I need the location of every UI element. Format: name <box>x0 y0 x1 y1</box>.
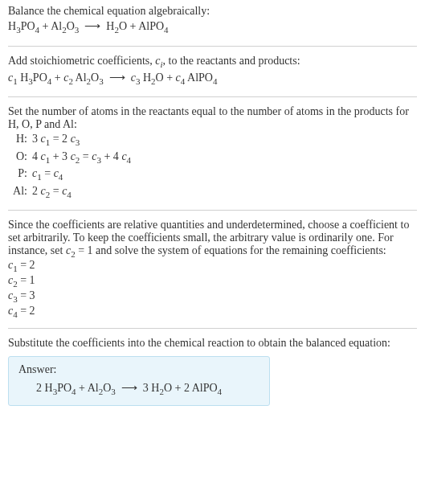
substitute-text: Substitute the coefficients into the che… <box>8 337 417 350</box>
solve-text: Since the coefficients are relative quan… <box>8 219 417 259</box>
section-atom-balance: Set the number of atoms in the reactants… <box>8 105 417 210</box>
atom-label-al: Al: <box>8 184 32 201</box>
atom-label-o: O: <box>8 150 32 166</box>
coef-c2: c2 = 1 <box>8 274 417 289</box>
coef-c3: c3 = 3 <box>8 289 417 304</box>
atom-row-h: H: 3 c1 = 2 c3 3 c₁ = 2 c₃ <box>8 132 417 149</box>
section-solve: Since the coefficients are relative quan… <box>8 219 417 329</box>
section-problem: Balance the chemical equation algebraica… <box>8 5 417 47</box>
atom-eq-o: 4 c1 + 3 c2 = c3 + 4 c4 <box>32 150 417 166</box>
atom-label-h: H: <box>8 132 32 149</box>
atom-label-p: P: <box>8 166 32 183</box>
stoichiometric-text: Add stoichiometric coefficients, ci, to … <box>8 55 417 69</box>
atom-row-o: O: 4 c1 + 3 c2 = c3 + 4 c4 4 c₁ + 3 c₂ =… <box>8 150 417 166</box>
atom-eq-p: c1 = c4 <box>32 166 417 183</box>
balanced-equation: 2 H3PO4 + Al2O3 ⟶ 3 H2O + 2 AlPO4 <box>18 381 259 396</box>
coef-c4: c4 = 2 <box>8 305 417 319</box>
atom-row-p: P: c1 = c4 c₁ = c₄ <box>8 166 417 183</box>
answer-box: Answer: 2 H3PO4 + Al2O3 ⟶ 3 H2O + 2 AlPO… <box>8 356 270 407</box>
coef-c1: c1 = 2 <box>8 259 417 273</box>
unbalanced-equation: H3PO4 + Al2O3 ⟶ H2O + AlPO4 <box>8 19 417 35</box>
problem-intro: Balance the chemical equation algebraica… <box>8 5 417 18</box>
coef-equation: c1 H3PO4 + c2 Al2O3 ⟶ c3 H2O + c4 AlPO4 <box>8 71 417 86</box>
section-substitute: Substitute the coefficients into the che… <box>8 337 417 415</box>
atom-eq-al: 2 c2 = c4 <box>32 184 417 201</box>
section-stoichiometric: Add stoichiometric coefficients, ci, to … <box>8 55 417 98</box>
atom-balance-text: Set the number of atoms in the reactants… <box>8 105 417 131</box>
answer-title: Answer: <box>18 363 259 376</box>
atom-row-al: Al: 2 c2 = c4 2 c₂ = c₄ <box>8 184 417 201</box>
atom-eq-h: 3 c1 = 2 c3 <box>32 132 417 149</box>
